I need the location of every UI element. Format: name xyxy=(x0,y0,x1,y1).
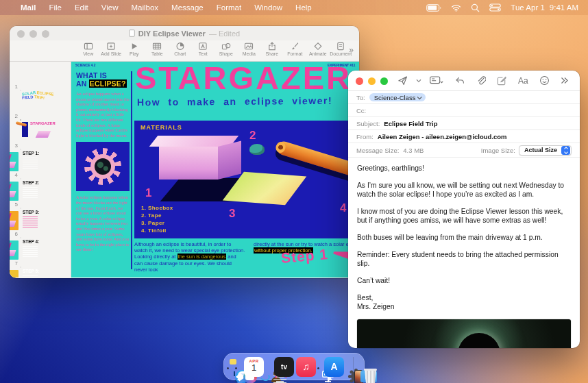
send-button[interactable] xyxy=(392,73,413,88)
view-button[interactable]: View xyxy=(77,42,100,56)
step-1-annotation: Step 1 xyxy=(280,246,329,267)
slide-thumbnail-6[interactable]: 6 STEP 4: xyxy=(10,212,71,238)
dock-appstore-icon[interactable]: A xyxy=(324,357,344,377)
body-paragraph: Can’t wait! xyxy=(357,276,571,285)
close-button[interactable] xyxy=(17,30,25,38)
slide-heading-highlight: ECLIPSE? xyxy=(89,79,127,88)
table-button[interactable]: Table xyxy=(146,42,169,56)
menu-file[interactable]: File xyxy=(49,3,62,12)
battery-icon[interactable] xyxy=(426,4,441,12)
image-size-select[interactable]: Actual Size xyxy=(519,145,572,156)
dock-music-icon[interactable]: ♫ xyxy=(296,357,316,377)
zoom-button[interactable] xyxy=(42,30,49,38)
minimize-button[interactable] xyxy=(368,77,376,85)
token-chevron-icon xyxy=(417,95,422,99)
message-size-row: Message Size: 4.3 MB Image Size: Actual … xyxy=(348,143,580,158)
control-center-icon[interactable] xyxy=(489,3,501,12)
slide-thumbnail-8[interactable]: 8 DID YOU KNOW xyxy=(10,271,71,277)
format-button[interactable]: Format xyxy=(284,42,307,56)
tinfoil-illustration xyxy=(275,140,359,178)
shoebox-front xyxy=(159,147,218,180)
subject-value: Eclipse Field Trip xyxy=(384,120,437,127)
minimize-button[interactable] xyxy=(29,30,37,38)
toolbar-overflow-chevron-icon[interactable]: » xyxy=(349,45,354,55)
to-field[interactable]: To: Science-Class xyxy=(348,91,580,104)
body-paragraph: Greetings, earthlings! xyxy=(357,164,571,173)
cc-field[interactable]: Cc: xyxy=(348,104,580,117)
markup-compose-icon[interactable] xyxy=(491,73,513,88)
spotlight-search-icon[interactable] xyxy=(471,3,480,12)
slide-thumbnail-4[interactable]: 4 STEP 2: xyxy=(10,153,71,180)
slide-thumbnail-5[interactable]: 5 STEP 3: xyxy=(10,182,71,209)
play-button[interactable]: Play xyxy=(123,42,146,56)
slide-heading-line2: AN xyxy=(76,79,89,88)
slide-thumbnail-1[interactable]: 1 SOLAR ECLIPSEFIELD TRIP! xyxy=(10,64,71,91)
clock-time: 9:41 AM xyxy=(550,3,578,12)
eclipse-moon-disc xyxy=(458,333,500,349)
emoji-button[interactable] xyxy=(534,73,555,88)
app-menus: Mail File Edit View Mailbox Message Form… xyxy=(21,3,312,12)
text-button[interactable]: Text xyxy=(192,42,215,56)
caution-highlight-1: the sun is dangerous xyxy=(177,254,227,260)
share-button[interactable]: Share xyxy=(260,42,284,56)
format-fonts-button[interactable]: Aa xyxy=(513,73,534,88)
keynote-titlebar[interactable]: DIY Eclipse Viewer — Edited xyxy=(10,26,359,40)
from-field[interactable]: From: Aileen Zeigen - aileen.zeigen@iclo… xyxy=(348,130,580,143)
caution-text-column-1: Although an eclipse is beautiful, in ord… xyxy=(134,241,245,273)
materials-list: 1. Shoebox 2. Tape 3. Paper 4. Tinfoil xyxy=(141,204,173,234)
message-body-editor[interactable]: Greetings, earthlings! As I’m sure you a… xyxy=(348,158,580,311)
eclipse-photo-attachment[interactable] xyxy=(357,319,571,348)
menu-mailbox[interactable]: Mailbox xyxy=(131,3,158,12)
add-slide-button[interactable]: Add Slide xyxy=(100,42,123,56)
dock: APR1 tv ♫ A xyxy=(223,353,365,380)
recipient-token[interactable]: Science-Class xyxy=(369,93,426,101)
more-toolbar-chevron-icon[interactable] xyxy=(555,73,574,88)
close-button[interactable] xyxy=(356,77,363,85)
from-value: Aileen Zeigen - aileen.zeigen@icloud.com xyxy=(378,133,507,140)
keynote-traffic-lights xyxy=(17,30,49,38)
slide-subtitle: How to make an eclipse viewer! xyxy=(137,95,332,108)
sun-illustration xyxy=(76,142,130,191)
slide-paragraph-2: A solar eclipse happens when the moon bl… xyxy=(76,195,130,252)
menu-format[interactable]: Format xyxy=(217,3,241,12)
slide-thumbnail-7[interactable]: 7 STEP 5: xyxy=(10,241,71,268)
slide-canvas[interactable]: SCIENCE 4.2 EXPERIMENT #11 WHAT IS AN EC… xyxy=(71,62,359,277)
subject-field[interactable]: Subject: Eclipse Field Trip xyxy=(348,117,580,130)
chart-button[interactable]: Chart xyxy=(169,42,192,56)
slide-paragraph-1: An eclipse happens when a moon or planet… xyxy=(76,91,130,138)
header-fields-button[interactable] xyxy=(424,73,449,88)
menu-mail[interactable]: Mail xyxy=(21,3,36,12)
animate-button[interactable]: Animate xyxy=(306,42,330,56)
desktop: Mail File Edit View Mailbox Message Form… xyxy=(0,0,588,383)
menu-view[interactable]: View xyxy=(101,3,119,12)
menu-help[interactable]: Help xyxy=(295,3,312,12)
shape-button[interactable]: Shape xyxy=(215,42,238,56)
menu-window[interactable]: Window xyxy=(254,3,282,12)
shoebox-side xyxy=(218,141,241,180)
wifi-icon[interactable] xyxy=(451,4,461,12)
slide-navigator: 1 SOLAR ECLIPSEFIELD TRIP! 2 STARGAZER 3 xyxy=(10,62,71,277)
edited-status: — Edited xyxy=(209,29,240,38)
send-options-chevron-icon[interactable] xyxy=(413,73,424,88)
media-button[interactable]: Media xyxy=(238,42,261,56)
materials-heading: MATERIALS xyxy=(140,124,182,131)
menu-clock[interactable]: Tue Apr 1 9:41 AM xyxy=(511,3,578,12)
mail-toolbar[interactable]: Aa xyxy=(348,71,580,91)
menu-message[interactable]: Message xyxy=(171,3,204,12)
dock-appletv-icon[interactable]: tv xyxy=(274,357,294,377)
material-number-1: 1 xyxy=(145,186,151,200)
reply-arrow-icon[interactable] xyxy=(449,73,470,88)
slide-column-divider xyxy=(131,71,132,269)
select-stepper-icon xyxy=(561,146,570,155)
mail-compose-window: Aa To: Science-Class Cc: Subject: Eclips… xyxy=(348,71,580,348)
body-paragraph: I know most of you are doing the Eclipse… xyxy=(357,207,571,225)
menu-edit[interactable]: Edit xyxy=(75,3,88,12)
zoom-button[interactable] xyxy=(380,77,388,85)
attach-paperclip-icon[interactable] xyxy=(470,73,491,88)
material-number-3: 3 xyxy=(229,207,235,221)
body-paragraph: Both buses will be leaving from the main… xyxy=(357,233,571,242)
message-size-value: 4.3 MB xyxy=(403,147,424,154)
keynote-toolbar: View Add Slide Play Table Chart Text xyxy=(10,40,359,62)
music-note-glyph: ♫ xyxy=(302,362,310,371)
body-signature: Mrs. Zeigen xyxy=(357,302,571,311)
